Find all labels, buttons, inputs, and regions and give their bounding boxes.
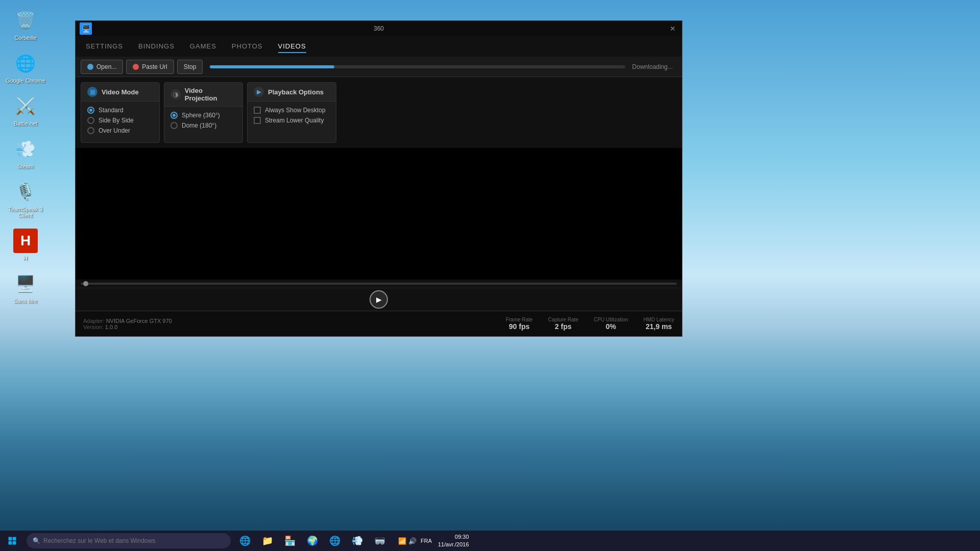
language-indicator: FRA [419,538,434,544]
radio-side-by-side-label: Side By Side [99,117,134,124]
timeline-row [76,280,682,288]
radio-sphere[interactable]: Sphere (360°) [170,112,236,119]
cpu-utilization-value: 0% [594,322,628,331]
battlenet-label: Battle.net [14,120,37,127]
window-logo-icon: 🖥️ [80,22,92,35]
taskbar-edge-icon[interactable]: 🌐 [235,531,255,551]
desktop-icon-teamspeak[interactable]: 🎙️ TeamSpeak 3 Client [3,177,48,221]
taskbar-search-input[interactable] [43,537,171,544]
metric-cpu-utilization: CPU Utilization 0% [594,317,628,331]
tab-games[interactable]: GAMES [190,40,216,53]
radio-sphere-label: Sphere (360°) [182,112,220,119]
taskbar-steam-icon[interactable]: 💨 [347,531,368,551]
version-value: 1.0.0 [105,324,117,330]
checkbox-stream-lower-quality-label: Stream Lower Quality [265,117,324,124]
playback-options-icon: ▶ [254,87,264,97]
svg-rect-0 [9,537,12,541]
video-mode-header: ▦ Video Mode [81,83,159,102]
radio-over-under-label: Over Under [99,127,130,134]
start-button[interactable] [0,531,24,551]
checkbox-stream-lower-quality-btn[interactable] [254,117,261,124]
video-mode-title: Video Mode [102,88,139,96]
hero-label: H [23,255,28,261]
radio-dome-label: Dome (180°) [182,122,216,129]
desktop-icon-battlenet[interactable]: ⚔️ Battle.net [3,91,48,130]
radio-over-under-btn[interactable] [87,127,94,134]
metric-frame-rate: Frame Rate 90 fps [506,317,533,331]
tab-photos[interactable]: PHOTOS [232,40,263,53]
taskbar: 🔍 🌐 📁 🏪 🌍 🌐 💨 🥽 [0,531,980,551]
desktop-icon-steam[interactable]: 💨 Steam [3,134,48,172]
radio-standard-btn[interactable] [87,107,94,114]
radio-sphere-btn[interactable] [170,112,178,119]
desktop-icon-hero[interactable]: H H [3,226,48,264]
window-close-button[interactable]: ✕ [668,23,678,34]
window-logo-area: 🖥️ [80,22,92,35]
video-mode-icon: ▦ [87,87,97,97]
desktop-icon-sans-titre[interactable]: 🖥️ Sans titre [3,268,48,307]
clock-date: 11/avr./2016 [438,541,469,548]
taskbar-icons: 🌐 📁 🏪 🌍 🌐 💨 🥽 [231,531,394,551]
taskbar-app4-icon: 🌍 [307,535,318,546]
desktop-icons: 🗑️ Corbeille 🌐 Google Chrome ⚔️ Battle.n… [0,0,51,312]
tab-videos[interactable]: VIDEOS [278,40,306,53]
window-titlebar: 🖥️ 360 ✕ [76,21,682,36]
svg-rect-3 [13,541,16,545]
taskbar-search-bar[interactable]: 🔍 [27,533,231,548]
status-metrics: Frame Rate 90 fps Capture Rate 2 fps CPU… [506,317,674,331]
stop-button[interactable]: Stop [177,60,203,74]
sys-tray: 📶 🔊 FRA [394,537,438,545]
sans-titre-label: Sans titre [14,298,37,304]
checkbox-always-show-desktop-btn[interactable] [254,107,261,114]
timeline[interactable] [81,283,677,285]
taskbar-chrome-icon[interactable]: 🌐 [325,531,345,551]
open-button[interactable]: Open... [81,60,123,74]
radio-side-by-side[interactable]: Side By Side [87,117,153,124]
taskbar-vr-icon[interactable]: 🥽 [370,531,390,551]
adapter-value: NVIDIA GeForce GTX 970 [106,318,172,324]
video-projection-header: ◑ Video Projection [164,83,242,107]
app-window: 🖥️ 360 ✕ SETTINGS BINDINGS GAMES PHOTOS … [75,20,682,337]
paste-url-button[interactable]: Paste Url [126,60,174,74]
nav-tabs: SETTINGS BINDINGS GAMES PHOTOS VIDEOS [76,36,682,57]
taskbar-clock[interactable]: 09:30 11/avr./2016 [438,533,469,549]
search-icon: 🔍 [33,537,40,544]
taskbar-icon4[interactable]: 🌍 [302,531,323,551]
battlenet-icon: ⚔️ [13,94,38,118]
radio-dome[interactable]: Dome (180°) [170,122,236,129]
video-mode-content: Standard Side By Side Over Under [81,102,159,142]
hmd-latency-value: 21,9 ms [643,322,674,331]
panels-row: ▦ Video Mode Standard Side By Side [76,77,682,148]
video-area [76,148,682,280]
tab-bindings[interactable]: BINDINGS [138,40,175,53]
status-bar: Adapter: NVIDIA GeForce GTX 970 Version:… [76,311,682,336]
capture-rate-value: 2 fps [548,322,578,331]
taskbar-explorer-icon[interactable]: 📁 [257,531,278,551]
hero-icon: H [13,229,38,253]
version-label: Version: [83,324,104,330]
sans-titre-icon: 🖥️ [13,271,38,296]
video-projection-panel: ◑ Video Projection Sphere (360°) Dome (1… [164,82,243,143]
radio-over-under[interactable]: Over Under [87,127,153,134]
playback-options-header: ▶ Playback Options [248,83,336,102]
playback-options-panel: ▶ Playback Options Always Show Desktop S… [247,82,336,143]
capture-rate-label: Capture Rate [548,317,578,322]
clock-time: 09:30 [438,533,469,541]
corbeille-label: Corbeille [14,35,36,41]
checkbox-always-show-desktop[interactable]: Always Show Desktop [254,107,330,114]
tab-settings[interactable]: SETTINGS [86,40,123,53]
metric-capture-rate: Capture Rate 2 fps [548,317,578,331]
cpu-utilization-label: CPU Utilization [594,317,628,322]
content-area: ▦ Video Mode Standard Side By Side [76,77,682,311]
taskbar-store-icon[interactable]: 🏪 [280,531,300,551]
video-projection-icon: ◑ [170,89,181,99]
desktop-icon-corbeille[interactable]: 🗑️ Corbeille [3,5,48,44]
explorer-icon: 📁 [262,535,273,546]
radio-standard[interactable]: Standard [87,107,153,114]
radio-side-by-side-btn[interactable] [87,117,94,124]
desktop-icon-chrome[interactable]: 🌐 Google Chrome [3,48,48,87]
steam-label: Steam [17,163,34,169]
checkbox-stream-lower-quality[interactable]: Stream Lower Quality [254,117,330,124]
play-button[interactable]: ▶ [370,290,388,309]
radio-dome-btn[interactable] [170,122,178,129]
